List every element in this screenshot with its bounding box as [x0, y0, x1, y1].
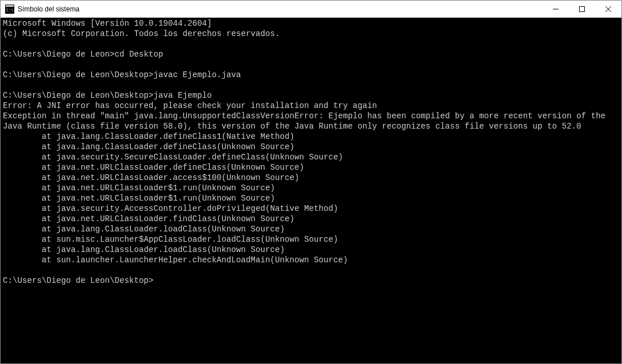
stack-line: at java.net.URLClassLoader.findClass(Unk…	[3, 214, 294, 223]
stack-line: at java.lang.ClassLoader.defineClass(Unk…	[3, 142, 294, 151]
stack-line: at java.net.URLClassLoader$1.run(Unknown…	[3, 194, 275, 203]
terminal-output[interactable]: Microsoft Windows [Versión 10.0.19044.26…	[1, 18, 621, 363]
error-line: Error: A JNI error has occurred, please …	[3, 101, 377, 110]
cmd-icon: C:\	[5, 5, 14, 14]
banner-line: Microsoft Windows [Versión 10.0.19044.26…	[3, 19, 212, 28]
svg-rect-1	[6, 5, 14, 7]
prompt-path: C:\Users\Diego de Leon\Desktop>	[3, 70, 154, 79]
prompt-command: java Ejemplo	[154, 91, 212, 100]
window-controls	[543, 1, 621, 17]
stack-line: at java.net.URLClassLoader$1.run(Unknown…	[3, 183, 275, 193]
prompt-command: javac Ejemplo.java	[154, 70, 241, 79]
prompt-path: C:\Users\Diego de Leon\Desktop>	[3, 276, 154, 285]
error-line: Exception in thread "main" java.lang.Uns…	[3, 111, 611, 131]
prompt-command: cd Desktop	[115, 50, 164, 59]
window-title: Símbolo del sistema	[18, 5, 543, 13]
banner-line: (c) Microsoft Corporation. Todos los der…	[3, 29, 280, 38]
svg-rect-4	[580, 6, 585, 11]
stack-line: at java.net.URLClassLoader.defineClass(U…	[3, 163, 304, 172]
stack-line: at sun.launcher.LauncherHelper.checkAndL…	[3, 255, 348, 265]
maximize-button[interactable]	[569, 1, 595, 17]
stack-line: at java.security.SecureClassLoader.defin…	[3, 153, 343, 162]
svg-text:C:\: C:\	[6, 8, 14, 13]
minimize-button[interactable]	[543, 1, 569, 17]
stack-line: at java.lang.ClassLoader.loadClass(Unkno…	[3, 225, 285, 234]
prompt-path: C:\Users\Diego de Leon\Desktop>	[3, 91, 154, 100]
command-prompt-window: C:\ Símbolo del sistema Microsoft Window…	[0, 0, 622, 364]
stack-line: at sun.misc.Launcher$AppClassLoader.load…	[3, 235, 338, 244]
titlebar[interactable]: C:\ Símbolo del sistema	[1, 1, 621, 18]
prompt-path: C:\Users\Diego de Leon>	[3, 50, 115, 59]
stack-line: at java.security.AccessController.doPriv…	[3, 204, 338, 213]
stack-line: at java.lang.ClassLoader.loadClass(Unkno…	[3, 245, 285, 254]
close-button[interactable]	[595, 1, 621, 17]
stack-line: at java.net.URLClassLoader.access$100(Un…	[3, 173, 300, 182]
stack-line: at java.lang.ClassLoader.defineClass1(Na…	[3, 132, 294, 141]
